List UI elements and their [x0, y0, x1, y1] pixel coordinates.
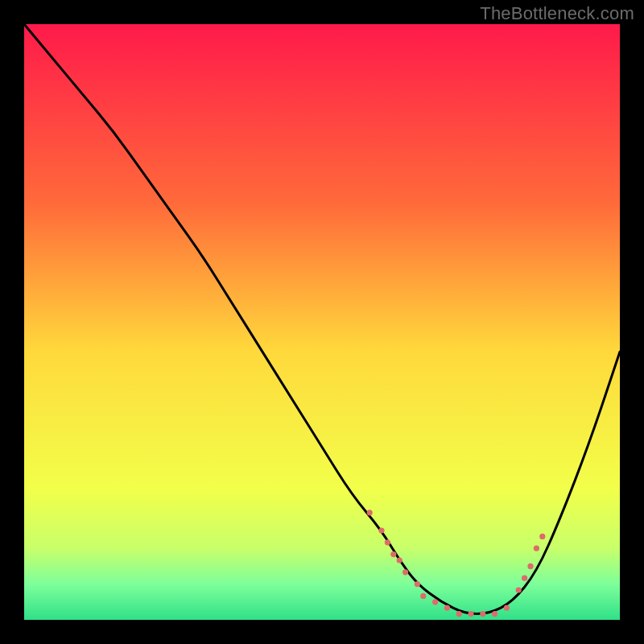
data-point — [534, 546, 539, 551]
data-point — [420, 593, 426, 599]
data-point — [504, 605, 510, 611]
data-point — [385, 539, 390, 545]
data-point — [367, 510, 373, 515]
data-point — [539, 534, 545, 539]
data-point — [415, 581, 420, 587]
data-point — [432, 599, 438, 605]
watermark-text: TheBottleneck.com — [480, 3, 634, 24]
data-point — [378, 527, 384, 533]
gradient-plot-area — [24, 24, 620, 620]
data-point — [516, 587, 522, 592]
data-point — [480, 611, 485, 617]
chart-frame: TheBottleneck.com — [0, 0, 644, 644]
data-point — [527, 564, 533, 569]
data-point — [402, 569, 408, 575]
data-point — [456, 611, 462, 617]
data-point — [390, 551, 396, 557]
data-point — [468, 611, 473, 617]
data-point — [522, 576, 527, 581]
chart-canvas — [0, 0, 644, 644]
data-point — [444, 605, 450, 611]
data-point — [492, 611, 497, 617]
data-point — [397, 557, 402, 563]
